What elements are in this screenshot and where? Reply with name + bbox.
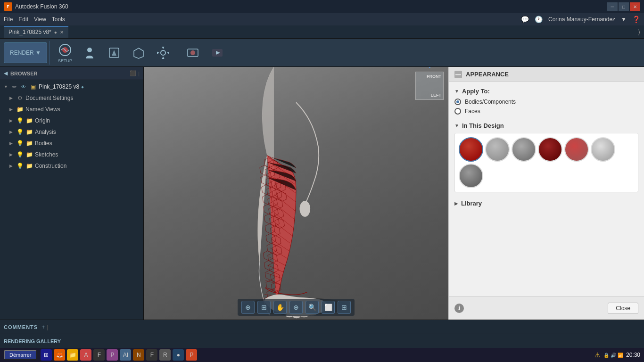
user-name[interactable]: Corina Mansuy-Fernandez bbox=[548, 16, 615, 23]
comments-divider: | bbox=[47, 324, 48, 330]
taskbar-icon-app4[interactable]: F bbox=[93, 349, 105, 361]
taskbar-icon-app10[interactable]: ● bbox=[173, 349, 184, 361]
tree-item-analysis[interactable]: ▶ 💡 📁 Analysis bbox=[0, 126, 143, 138]
menubar-item-view[interactable]: View bbox=[34, 16, 46, 23]
help-icon[interactable]: ❓ bbox=[632, 16, 640, 23]
close-appearance-button[interactable]: Close bbox=[608, 303, 638, 314]
tree-item-bodies[interactable]: ▶ 💡 📁 Bodies bbox=[0, 138, 143, 149]
gallery-label: RENDERING GALLERY bbox=[4, 338, 61, 344]
bodies-radio-row: Bodies/Components bbox=[454, 99, 638, 105]
display-mode-button[interactable]: ⬜ bbox=[322, 301, 335, 314]
construction-folder-icon: 📁 bbox=[25, 162, 33, 170]
settings-button[interactable] bbox=[151, 42, 175, 64]
comments-label: COMMENTS bbox=[4, 324, 38, 330]
browser-tree: ▼ ✏ 👁 ▣ Pink_170825 v8 ● ▶ ⚙ Document Se… bbox=[0, 80, 143, 320]
material-thumb-4[interactable] bbox=[538, 137, 562, 162]
collapse-icon[interactable]: ⟩ bbox=[638, 28, 640, 36]
sketches-expand: ▶ bbox=[9, 152, 16, 157]
browser-collapse-arrow[interactable]: ◀ bbox=[4, 70, 8, 76]
construction-light-icon: 💡 bbox=[16, 162, 24, 170]
origin-label: Origin bbox=[35, 117, 50, 124]
render-final-button[interactable] bbox=[206, 42, 229, 64]
taskbar-icon-app5[interactable]: P bbox=[107, 349, 118, 361]
look-tool-button[interactable]: ⊕ bbox=[289, 301, 303, 314]
history-icon[interactable]: 🕐 bbox=[535, 16, 543, 23]
setup-button[interactable] bbox=[78, 42, 101, 64]
taskbar-icon-app6[interactable]: AI bbox=[120, 349, 131, 361]
tab-close-button[interactable]: ✕ bbox=[60, 30, 64, 35]
origin-light-icon: 💡 bbox=[16, 117, 24, 124]
material-thumb-6[interactable] bbox=[591, 137, 615, 162]
object-button[interactable] bbox=[127, 42, 150, 64]
browser-pin-icon[interactable]: ⬛ bbox=[130, 70, 136, 76]
in-canvas-button[interactable] bbox=[181, 42, 205, 64]
material-thumb-3[interactable] bbox=[512, 137, 536, 162]
material-grid bbox=[454, 133, 638, 192]
in-design-label: In This Design bbox=[462, 122, 504, 129]
svg-marker-5 bbox=[134, 48, 143, 58]
material-thumb-7[interactable] bbox=[459, 164, 483, 188]
tabbar: Pink_170825 v8* ● ✕ ⟩ bbox=[0, 25, 644, 39]
warning-indicator: ⚠ bbox=[594, 351, 601, 359]
minimize-button[interactable]: ─ bbox=[607, 2, 618, 11]
tree-item-sketches[interactable]: ▶ 💡 📁 Sketches bbox=[0, 149, 143, 160]
tree-item-named-views[interactable]: ▶ 📁 Named Views bbox=[0, 104, 143, 115]
pan-tool-button[interactable]: ✋ bbox=[273, 301, 287, 314]
taskbar-icon-app7[interactable]: N bbox=[133, 349, 144, 361]
library-header[interactable]: ▶ Library bbox=[454, 200, 638, 207]
move-tool-button[interactable]: ⊕ bbox=[241, 301, 255, 314]
appearance-title: APPEARANCE bbox=[466, 71, 509, 78]
taskbar-icon-1[interactable]: ⊞ bbox=[41, 349, 52, 361]
orbit-tool-button[interactable]: ⊞ bbox=[257, 301, 271, 314]
tree-item-origin[interactable]: ▶ 💡 📁 Origin bbox=[0, 115, 143, 126]
gallery-bar[interactable]: RENDERING GALLERY bbox=[0, 334, 644, 348]
zoom-tool-button[interactable]: 🔍 bbox=[305, 301, 319, 314]
appearance-footer: ℹ Close bbox=[449, 296, 644, 320]
viewport[interactable]: FRONT LEFT Y ⊕ ⊞ ✋ ⊕ 🔍 ⬜ ⊞ bbox=[144, 67, 448, 320]
material-thumb-5[interactable] bbox=[564, 137, 589, 162]
menubar-item[interactable]: File bbox=[4, 16, 13, 23]
grid-button[interactable]: ⊞ bbox=[338, 301, 351, 314]
menubar-item-tools[interactable]: Tools bbox=[52, 16, 65, 23]
root-eye-icon: 👁 bbox=[20, 83, 27, 90]
tree-root-item[interactable]: ▼ ✏ 👁 ▣ Pink_170825 v8 ● bbox=[0, 81, 143, 92]
faces-radio-button[interactable] bbox=[454, 108, 461, 115]
render-mode-button[interactable]: SETUP bbox=[53, 42, 77, 64]
start-button[interactable]: Démarrer bbox=[4, 350, 37, 360]
chat-icon[interactable]: 💬 bbox=[521, 16, 529, 23]
taskbar-icon-firefox[interactable]: 🦊 bbox=[54, 349, 65, 361]
taskbar-icon-files[interactable]: 📁 bbox=[67, 349, 78, 361]
taskbar-icon-app9[interactable]: R bbox=[159, 349, 171, 361]
person-icon bbox=[82, 45, 97, 60]
origin-folder-icon: 📁 bbox=[25, 117, 33, 124]
close-button[interactable]: ✕ bbox=[630, 2, 640, 11]
scene-button[interactable] bbox=[102, 42, 126, 64]
render-dropdown-label: RENDER ▼ bbox=[10, 49, 41, 56]
material-thumb-1[interactable] bbox=[459, 137, 483, 162]
svg-point-6 bbox=[161, 50, 165, 55]
tree-item-construction[interactable]: ▶ 💡 📁 Construction bbox=[0, 160, 143, 172]
menubar-item-edit[interactable]: Edit bbox=[18, 16, 28, 23]
taskbar-icon-app3[interactable]: A bbox=[80, 349, 91, 361]
view-front-label: FRONT bbox=[427, 74, 441, 79]
bodies-radio-button[interactable] bbox=[454, 99, 461, 105]
taskbar-icon-app8[interactable]: F bbox=[146, 349, 157, 361]
active-tab[interactable]: Pink_170825 v8* ● ✕ bbox=[4, 26, 68, 38]
appearance-collapse-button[interactable]: — bbox=[454, 71, 462, 78]
restore-button[interactable]: □ bbox=[619, 2, 629, 11]
add-comment-button[interactable]: + bbox=[41, 324, 45, 330]
tree-item-doc-settings[interactable]: ▶ ⚙ Document Settings bbox=[0, 92, 143, 104]
taskbar: Démarrer ⊞ 🦊 📁 A F P AI N F R bbox=[0, 348, 644, 362]
in-design-section: ▼ In This Design bbox=[454, 122, 638, 192]
taskbar-icon-app11[interactable]: P bbox=[186, 349, 197, 361]
render-dropdown-button[interactable]: RENDER ▼ bbox=[4, 42, 47, 63]
in-design-header[interactable]: ▼ In This Design bbox=[454, 122, 638, 129]
material-thumb-2[interactable] bbox=[485, 137, 510, 162]
system-icons: 🔒 🔊 📶 bbox=[603, 353, 623, 358]
apply-to-header[interactable]: ▼ Apply To: bbox=[454, 88, 638, 95]
info-button[interactable]: ℹ bbox=[454, 304, 464, 313]
bodies-label: Bodies/Components bbox=[465, 99, 516, 105]
system-tray: ⚠ 🔒 🔊 📶 20:30 bbox=[594, 351, 640, 359]
svg-point-2 bbox=[87, 48, 92, 52]
view-cube[interactable]: FRONT LEFT Y bbox=[411, 72, 444, 105]
